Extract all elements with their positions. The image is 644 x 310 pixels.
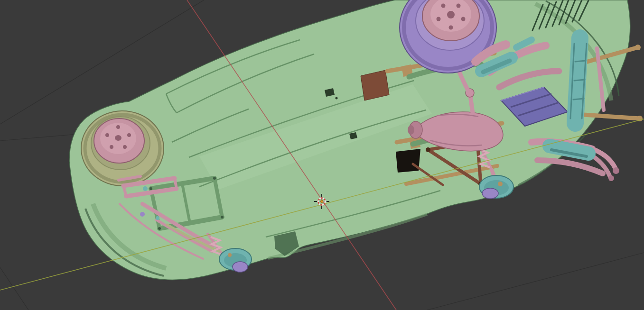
tailpipe-tip [613,167,619,174]
lug-hole [110,145,113,149]
lug-hole [437,17,441,21]
lug-hole [105,133,109,137]
front-brake-drum-cap[interactable] [233,262,248,272]
bushing [156,216,159,220]
tailpipe-tip [608,175,614,181]
hub-nut [228,253,232,257]
rear-brake-drum-cap[interactable] [482,188,498,199]
bolt [158,227,161,230]
engine-lid-flap[interactable] [361,70,389,100]
floor-plug [336,97,338,100]
hub-nut [498,182,503,186]
front-hub-center [115,135,121,141]
bolt [221,216,224,219]
lug-hole [441,4,446,8]
pivot [426,147,430,152]
lug-hole [461,17,466,21]
bushing [143,186,148,191]
bushing [140,212,145,217]
rod-end [635,45,641,50]
frame-rung [573,99,584,100]
lug-hole [457,4,461,8]
bolt [149,187,152,190]
torsion-bar-end [175,178,177,189]
lug-hole [116,125,120,129]
heater-channel-vent[interactable] [396,149,420,173]
front-left-wheel[interactable] [81,111,164,186]
bolt [213,177,216,180]
gearbox-nose-tip [408,125,414,135]
rear-hub-center [447,11,455,18]
viewport-canvas[interactable] [0,0,644,310]
frame-rung [574,80,585,81]
cursor-center-dot [320,200,323,202]
frame-rung [575,61,586,62]
lug-hole [449,26,453,30]
gearshift-rod [470,96,473,113]
lug-hole [123,145,127,149]
lug-hole [127,133,131,137]
viewport[interactable] [0,0,644,310]
